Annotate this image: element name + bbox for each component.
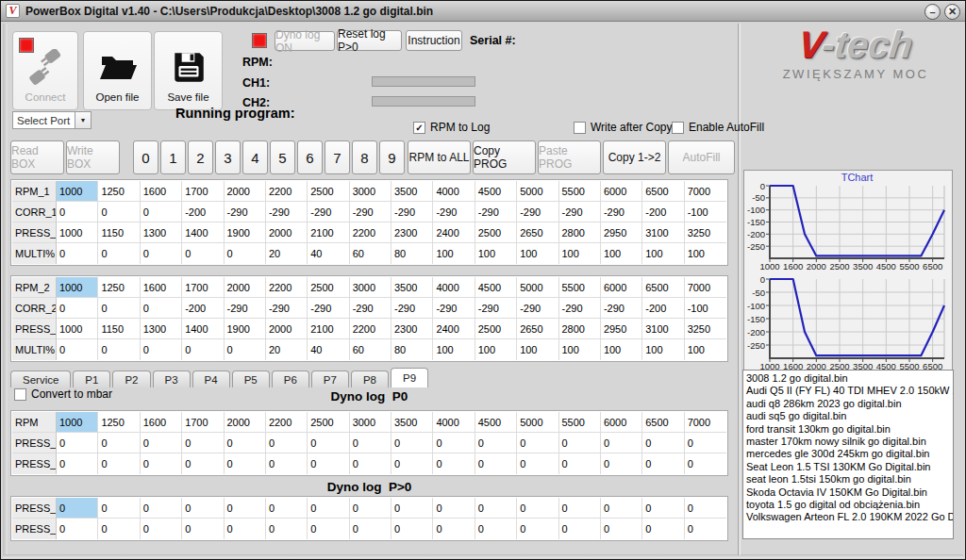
table-cell[interactable]: 1600 [141, 412, 182, 433]
table-cell[interactable]: 1000 [57, 319, 98, 339]
table-cell[interactable]: 0 [308, 433, 349, 453]
table-cell[interactable]: 0 [57, 433, 98, 453]
table-cell[interactable]: 0 [225, 498, 266, 519]
table-cell[interactable]: 3100 [642, 222, 684, 243]
table-cell[interactable]: 0 [517, 498, 558, 519]
autofill-button[interactable]: AutoFill [668, 140, 735, 174]
read-box-button[interactable]: Read BOX [10, 140, 64, 174]
table-cell[interactable]: 80 [391, 339, 433, 360]
table-cell[interactable]: 6000 [601, 181, 642, 202]
table-cell[interactable]: 2800 [559, 319, 601, 339]
table-cell[interactable]: -290 [350, 298, 391, 319]
table-cell[interactable]: 0 [98, 243, 140, 264]
table-cell[interactable]: 4500 [475, 277, 517, 298]
table-cell[interactable]: 0 [350, 498, 391, 519]
table-cell[interactable]: -200 [642, 202, 684, 222]
table-cell[interactable]: 3500 [391, 412, 433, 433]
file-list-item[interactable]: ford transit 130km go digital.bin [746, 423, 953, 436]
file-list-item[interactable]: audi sq5 go digital.bin [746, 410, 953, 422]
table-cell[interactable]: 0 [559, 519, 601, 539]
table-cell[interactable]: 0 [98, 339, 140, 360]
table-cell[interactable]: 0 [141, 453, 182, 474]
table-cell[interactable]: 0 [308, 453, 349, 474]
table-cell[interactable]: 60 [350, 243, 391, 264]
table-cell[interactable]: 0 [266, 453, 308, 474]
table-cell[interactable]: 3000 [350, 277, 391, 298]
tab-p9[interactable]: P9 [391, 368, 428, 387]
minimize-button[interactable]: – [924, 4, 941, 20]
table-cell[interactable]: -290 [391, 202, 433, 222]
table-cell[interactable]: 1250 [98, 277, 140, 298]
table-cell[interactable]: -290 [266, 298, 308, 319]
table-cell[interactable]: 4500 [475, 412, 517, 433]
table-cell[interactable]: -290 [391, 298, 433, 319]
table-cell[interactable]: 0 [685, 498, 726, 519]
table-cell[interactable]: -290 [517, 298, 558, 319]
write-box-button[interactable]: Write BOX [66, 140, 120, 174]
table-cell[interactable]: 0 [182, 339, 224, 360]
table-cell[interactable]: 0 [141, 298, 182, 319]
table-cell[interactable]: 4000 [433, 277, 475, 298]
table-cell[interactable]: 0 [559, 433, 601, 453]
enable-autofill-checkbox[interactable]: Enable AutoFill [672, 121, 764, 134]
table-cell[interactable]: 0 [517, 433, 558, 453]
table-cell[interactable]: 5000 [517, 412, 558, 433]
select-port-dropdown-button[interactable]: ▼ [75, 111, 92, 129]
tab-p5[interactable]: P5 [232, 371, 270, 387]
table-cell[interactable]: 80 [391, 243, 433, 264]
digit-button-4[interactable]: 4 [242, 140, 268, 174]
file-list-item[interactable]: Skoda Octavia IV 150KM Go Digital.bin [746, 486, 953, 499]
table-cell[interactable]: 1400 [182, 222, 224, 243]
table-cell[interactable]: 1000 [57, 412, 98, 433]
table-cell[interactable]: 0 [182, 453, 224, 474]
file-list-item[interactable]: audi q8 286km 2023 go digital.bin [746, 398, 953, 410]
table-cell[interactable]: -290 [433, 298, 475, 319]
tab-p3[interactable]: P3 [153, 371, 191, 387]
table-cell[interactable]: 0 [141, 519, 182, 539]
table-cell[interactable]: 3250 [685, 222, 726, 243]
table-cell[interactable]: 0 [642, 498, 684, 519]
tab-service[interactable]: Service [10, 371, 71, 387]
table-cell[interactable]: 0 [98, 453, 140, 474]
table-cell[interactable]: 0 [433, 453, 475, 474]
table-cell[interactable]: 0 [98, 498, 140, 519]
file-list-item[interactable]: Volkswagen Arteon FL 2.0 190KM 2022 Go D… [746, 511, 953, 523]
table-cell[interactable]: -290 [433, 202, 475, 222]
table-cell[interactable]: 0 [266, 433, 308, 453]
table-cell[interactable]: 0 [141, 243, 182, 264]
table-cell[interactable]: 0 [141, 202, 182, 222]
table-cell[interactable]: -290 [559, 202, 601, 222]
table-cell[interactable]: 1600 [141, 181, 182, 202]
file-list-item[interactable]: seat leon 1.5tsi 150km go digital.bin [746, 473, 953, 486]
table-cell[interactable]: 4000 [433, 412, 475, 433]
table-cell[interactable]: 100 [685, 243, 726, 264]
select-port-value[interactable]: Select Port [12, 111, 75, 129]
table-cell[interactable]: 2500 [308, 181, 349, 202]
table-cell[interactable]: -200 [642, 298, 684, 319]
file-list-item[interactable]: toyota 1.5 go digital od obciążenia.bin [746, 499, 953, 511]
table-cell[interactable]: 40 [308, 339, 349, 360]
table-cell[interactable]: 2000 [225, 181, 266, 202]
copy-1-to-2-button[interactable]: Copy 1->2 [603, 140, 666, 174]
file-list-item[interactable]: 3008 1.2 go digital.bin [746, 372, 953, 385]
table-cell[interactable]: 1000 [57, 277, 98, 298]
table-cell[interactable]: 1250 [98, 181, 140, 202]
title-bar[interactable]: V PowerBox Digital v1.40 - C:\Users\Prod… [1, 1, 965, 22]
table-cell[interactable]: 0 [57, 339, 98, 360]
digit-button-3[interactable]: 3 [215, 140, 241, 174]
table-cell[interactable]: 2100 [308, 222, 349, 243]
table-cell[interactable]: -290 [225, 202, 266, 222]
table-cell[interactable]: 100 [475, 243, 517, 264]
open-file-button[interactable]: Open file [83, 31, 152, 110]
table-cell[interactable]: 1600 [141, 277, 182, 298]
table-cell[interactable]: 100 [517, 243, 558, 264]
table-cell[interactable]: 2200 [266, 181, 308, 202]
table-cell[interactable]: 100 [433, 339, 475, 360]
table-cell[interactable]: 5500 [559, 277, 601, 298]
table-cell[interactable]: 2200 [266, 277, 308, 298]
copy-prog-button[interactable]: Copy PROG [473, 140, 536, 174]
table-cell[interactable]: 1000 [57, 222, 98, 243]
table-cell[interactable]: 0 [391, 433, 433, 453]
table-cell[interactable]: 0 [182, 498, 224, 519]
table-cell[interactable]: 7000 [685, 412, 726, 433]
